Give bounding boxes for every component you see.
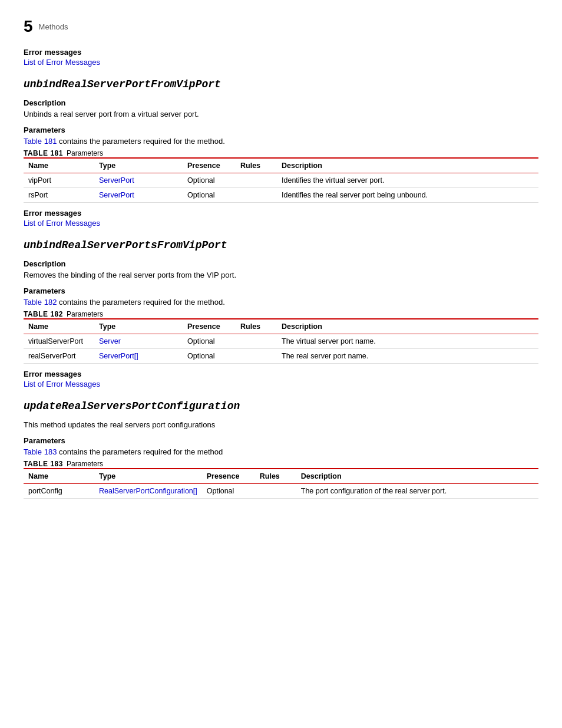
table-name-181: Parameters: [67, 149, 103, 157]
th-presence-2: Presence: [183, 319, 236, 334]
cell-presence: Optional: [183, 334, 236, 348]
cell-type: Server: [94, 334, 183, 348]
table-label-181: TABLE 181: [24, 149, 63, 157]
intro-error-section: Error messages List of Error Messages: [24, 48, 538, 67]
th-type-3: Type: [94, 469, 202, 484]
cell-rules: [255, 483, 296, 498]
method-section-unbind-single: unbindRealServerPortFromVipPort Descript…: [24, 78, 538, 228]
th-desc-3: Description: [296, 469, 538, 484]
cell-type: ServerPort[]: [94, 348, 183, 363]
table-183: Name Type Presence Rules Description por…: [24, 468, 538, 499]
table-row: virtualServerPort Server Optional The vi…: [24, 334, 538, 348]
table-ref-link-183[interactable]: Table 183: [24, 447, 57, 456]
parameters-intro-3: Table 183 contains the parameters requir…: [24, 447, 538, 456]
th-type-2: Type: [94, 319, 183, 334]
cell-desc: The real server port name.: [277, 348, 538, 363]
table-title-row-181: TABLE 181 Parameters: [24, 149, 538, 157]
table-ref-link-181[interactable]: Table 181: [24, 137, 57, 146]
description-text-2: Removes the binding of the real server p…: [24, 271, 538, 279]
description-text-3: This method updates the real servers por…: [24, 420, 538, 429]
method-title-1: unbindRealServerPortFromVipPort: [24, 78, 538, 90]
th-rules-3: Rules: [255, 469, 296, 484]
table-row: rsPort ServerPort Optional Identifies th…: [24, 187, 538, 202]
table-title-row-182: TABLE 182 Parameters: [24, 310, 538, 318]
th-desc-1: Description: [277, 158, 538, 173]
cell-desc: The virtual server port name.: [277, 334, 538, 348]
cell-name: virtualServerPort: [24, 334, 94, 348]
th-rules-1: Rules: [236, 158, 277, 173]
error-messages-heading-2b: Error messages: [24, 370, 538, 378]
table-row: portConfig RealServerPortConfiguration[]…: [24, 483, 538, 498]
table-row: vipPort ServerPort Optional Identifies t…: [24, 173, 538, 187]
th-rules-2: Rules: [236, 319, 277, 334]
table-182: Name Type Presence Rules Description vir…: [24, 318, 538, 364]
cell-presence: Optional: [183, 348, 236, 363]
error-messages-link-2b[interactable]: List of Error Messages: [24, 380, 100, 388]
parameters-label-3: Parameters: [24, 436, 538, 445]
th-name-1: Name: [24, 158, 94, 173]
table-label-183: TABLE 183: [24, 460, 63, 468]
description-label-1: Description: [24, 98, 538, 107]
th-presence-1: Presence: [183, 158, 236, 173]
method-title-2: unbindRealServerPortsFromVipPort: [24, 239, 538, 251]
th-desc-2: Description: [277, 319, 538, 334]
cell-presence: Optional: [183, 173, 236, 187]
cell-presence: Optional: [202, 483, 255, 498]
cell-name: portConfig: [24, 483, 94, 498]
cell-rules: [236, 348, 277, 363]
table-header-row: Name Type Presence Rules Description: [24, 469, 538, 484]
table-name-183: Parameters: [67, 460, 103, 468]
table-title-row-183: TABLE 183 Parameters: [24, 460, 538, 468]
page-header: 5 Methods: [24, 18, 538, 36]
cell-rules: [236, 173, 277, 187]
cell-name: rsPort: [24, 187, 94, 202]
cell-name: realServerPort: [24, 348, 94, 363]
table-header-row: Name Type Presence Rules Description: [24, 158, 538, 173]
error-messages-heading-0: Error messages: [24, 48, 538, 57]
table-name-182: Parameters: [67, 310, 103, 318]
description-label-2: Description: [24, 259, 538, 268]
cell-desc: Identifies the virtual server port.: [277, 173, 538, 187]
th-name-3: Name: [24, 469, 94, 484]
parameters-intro-2: Table 182 contains the parameters requir…: [24, 298, 538, 307]
table-label-182: TABLE 182: [24, 310, 63, 318]
table-row: realServerPort ServerPort[] Optional The…: [24, 348, 538, 363]
chapter-number: 5: [24, 18, 33, 36]
cell-name: vipPort: [24, 173, 94, 187]
cell-type: RealServerPortConfiguration[]: [94, 483, 202, 498]
method-section-update: updateRealServersPortConfiguration This …: [24, 400, 538, 499]
error-messages-link-1b[interactable]: List of Error Messages: [24, 219, 100, 228]
method-title-3: updateRealServersPortConfiguration: [24, 400, 538, 412]
th-type-1: Type: [94, 158, 183, 173]
table-181: Name Type Presence Rules Description vip…: [24, 157, 538, 203]
cell-type: ServerPort: [94, 187, 183, 202]
description-text-1: Unbinds a real server port from a virtua…: [24, 110, 538, 118]
parameters-label-1: Parameters: [24, 126, 538, 134]
error-messages-link-0[interactable]: List of Error Messages: [24, 58, 100, 67]
cell-presence: Optional: [183, 187, 236, 202]
parameters-label-2: Parameters: [24, 286, 538, 295]
cell-rules: [236, 334, 277, 348]
chapter-title: Methods: [39, 22, 68, 31]
table-header-row: Name Type Presence Rules Description: [24, 319, 538, 334]
cell-desc: The port configuration of the real serve…: [296, 483, 538, 498]
cell-desc: Identifies the real server port being un…: [277, 187, 538, 202]
cell-type: ServerPort: [94, 173, 183, 187]
cell-rules: [236, 187, 277, 202]
method-section-unbind-ports: unbindRealServerPortsFromVipPort Descrip…: [24, 239, 538, 388]
th-name-2: Name: [24, 319, 94, 334]
table-ref-link-182[interactable]: Table 182: [24, 298, 57, 307]
parameters-intro-1: Table 181 contains the parameters requir…: [24, 137, 538, 146]
error-messages-heading-1b: Error messages: [24, 209, 538, 218]
th-presence-3: Presence: [202, 469, 255, 484]
